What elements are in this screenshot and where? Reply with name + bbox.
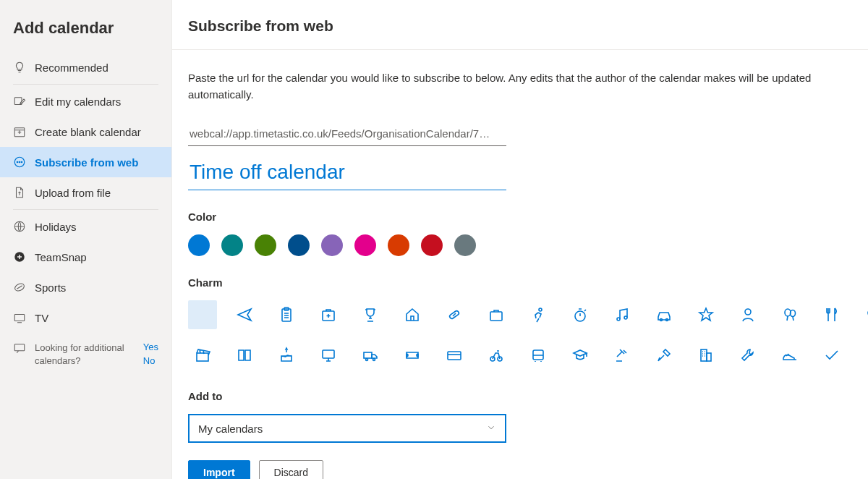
sidebar-feedback: Looking for additional calendars? Yes No bbox=[0, 333, 171, 376]
feedback-icon bbox=[13, 342, 26, 357]
svg-point-22 bbox=[745, 309, 751, 315]
color-label: Color bbox=[188, 211, 868, 223]
addto-dropdown[interactable]: My calendars bbox=[188, 414, 506, 443]
charm-heart-icon[interactable] bbox=[859, 300, 868, 329]
charm-clapper-icon[interactable] bbox=[188, 341, 217, 370]
sidebar-item-label: Recommended bbox=[35, 62, 109, 74]
divider bbox=[13, 84, 158, 85]
charm-notepad-icon[interactable] bbox=[859, 341, 868, 370]
charm-bus-icon[interactable] bbox=[524, 341, 553, 370]
svg-point-19 bbox=[624, 316, 627, 319]
color-option-purple[interactable] bbox=[321, 234, 343, 256]
description-text: Paste the url for the calendar you would… bbox=[188, 70, 839, 103]
divider bbox=[13, 209, 158, 210]
discard-button[interactable]: Discard bbox=[259, 460, 323, 479]
add-calendar-icon bbox=[13, 125, 26, 138]
svg-point-29 bbox=[366, 359, 368, 361]
svg-rect-10 bbox=[14, 344, 25, 351]
color-option-teal[interactable] bbox=[221, 234, 243, 256]
addto-label: Add to bbox=[188, 390, 868, 402]
addto-value: My calendars bbox=[198, 423, 263, 435]
color-option-orange[interactable] bbox=[388, 234, 409, 256]
charm-home-icon[interactable] bbox=[398, 300, 427, 329]
import-button[interactable]: Import bbox=[188, 460, 250, 479]
charm-airplane-icon[interactable] bbox=[230, 300, 259, 329]
charm-briefcase-icon[interactable] bbox=[482, 300, 511, 329]
charm-wrench-icon[interactable] bbox=[733, 341, 762, 370]
svg-point-3 bbox=[17, 161, 18, 163]
sidebar-item-label: Holidays bbox=[35, 221, 77, 233]
charm-none[interactable] bbox=[188, 300, 217, 329]
charm-building-icon[interactable] bbox=[692, 341, 720, 370]
charm-fork-knife-icon[interactable] bbox=[817, 300, 846, 329]
charm-picker bbox=[188, 300, 868, 370]
svg-rect-35 bbox=[701, 349, 707, 361]
charm-bike-icon[interactable] bbox=[482, 341, 511, 370]
sidebar-item-create-blank[interactable]: Create blank calendar bbox=[0, 116, 171, 147]
sidebar-item-edit-calendars[interactable]: Edit my calendars bbox=[0, 86, 171, 116]
charm-book-icon[interactable] bbox=[230, 341, 259, 370]
color-option-green[interactable] bbox=[255, 234, 276, 256]
svg-rect-27 bbox=[323, 350, 334, 358]
charm-shoe-icon[interactable] bbox=[775, 341, 804, 370]
charm-monitor-icon[interactable] bbox=[314, 341, 343, 370]
charm-ticket-icon[interactable] bbox=[398, 341, 427, 370]
sidebar-item-recommended[interactable]: Recommended bbox=[0, 52, 171, 82]
calendar-name-input[interactable] bbox=[188, 159, 506, 190]
charm-tools-icon[interactable] bbox=[650, 341, 678, 370]
charm-trophy-icon[interactable] bbox=[356, 300, 385, 329]
charm-stopwatch-icon[interactable] bbox=[566, 300, 595, 329]
svg-point-16 bbox=[539, 308, 542, 311]
color-option-pink[interactable] bbox=[354, 234, 376, 256]
sidebar-item-label: Edit my calendars bbox=[35, 96, 121, 108]
sidebar-item-label: TV bbox=[35, 312, 48, 324]
svg-rect-36 bbox=[707, 353, 711, 361]
svg-point-18 bbox=[617, 318, 620, 321]
sports-icon bbox=[13, 281, 26, 294]
charm-graduation-icon[interactable] bbox=[566, 341, 595, 370]
charm-gavel-icon[interactable] bbox=[608, 341, 637, 370]
color-option-navy[interactable] bbox=[288, 234, 310, 256]
charm-star-icon[interactable] bbox=[692, 300, 720, 329]
globe-dots-icon bbox=[13, 156, 26, 169]
sidebar-item-upload-file[interactable]: Upload from file bbox=[0, 177, 171, 208]
charm-music-icon[interactable] bbox=[608, 300, 637, 329]
charm-cake-icon[interactable] bbox=[272, 341, 301, 370]
color-option-blue[interactable] bbox=[188, 234, 210, 256]
feedback-text: Looking for additional calendars? bbox=[35, 342, 135, 368]
charm-checkmark-icon[interactable] bbox=[817, 341, 846, 370]
sidebar-item-teamsnap[interactable]: TeamSnap bbox=[0, 242, 171, 272]
svg-point-4 bbox=[19, 161, 20, 163]
sidebar-item-subscribe-web[interactable]: Subscribe from web bbox=[0, 147, 171, 177]
svg-rect-9 bbox=[14, 315, 25, 321]
upload-file-icon bbox=[13, 186, 26, 199]
svg-point-5 bbox=[21, 161, 22, 163]
sidebar-item-label: Sports bbox=[35, 281, 66, 294]
svg-point-30 bbox=[373, 359, 375, 361]
color-option-grey[interactable] bbox=[454, 234, 476, 256]
feedback-yes[interactable]: Yes bbox=[143, 342, 158, 352]
teamsnap-icon bbox=[13, 250, 26, 263]
charm-clipboard-icon[interactable] bbox=[272, 300, 301, 329]
charm-creditcard-icon[interactable] bbox=[440, 341, 469, 370]
feedback-no[interactable]: No bbox=[143, 355, 158, 366]
charm-balloons-icon[interactable] bbox=[775, 300, 804, 329]
charm-truck-icon[interactable] bbox=[356, 341, 385, 370]
tv-icon bbox=[13, 311, 26, 324]
sidebar-item-holidays[interactable]: Holidays bbox=[0, 211, 171, 242]
calendar-url-input[interactable] bbox=[188, 123, 506, 146]
svg-rect-31 bbox=[448, 352, 461, 360]
sidebar: Add calendar Recommended Edit my calenda… bbox=[0, 0, 172, 479]
lightbulb-icon bbox=[13, 61, 26, 74]
color-option-red[interactable] bbox=[421, 234, 443, 256]
sidebar-item-sports[interactable]: Sports bbox=[0, 272, 171, 302]
sidebar-item-tv[interactable]: TV bbox=[0, 302, 171, 333]
color-picker bbox=[188, 234, 868, 256]
sidebar-item-label: TeamSnap bbox=[35, 251, 87, 263]
charm-person-icon[interactable] bbox=[733, 300, 762, 329]
charm-running-icon[interactable] bbox=[524, 300, 553, 329]
globe-icon bbox=[13, 220, 26, 233]
charm-pill-icon[interactable] bbox=[440, 300, 469, 329]
charm-firstaid-icon[interactable] bbox=[314, 300, 343, 329]
charm-car-icon[interactable] bbox=[650, 300, 678, 329]
